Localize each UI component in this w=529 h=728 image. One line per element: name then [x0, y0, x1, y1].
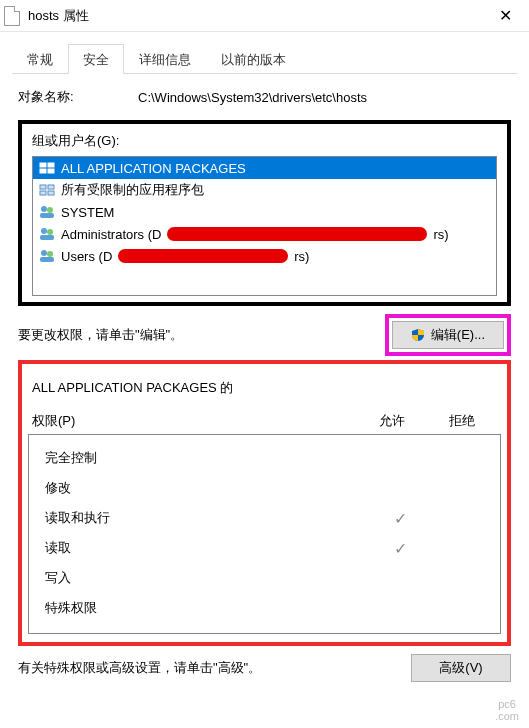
package-icon — [39, 160, 55, 176]
advanced-button[interactable]: 高级(V) — [411, 654, 511, 682]
permission-allow-check-icon — [370, 509, 430, 528]
svg-point-9 — [47, 207, 53, 213]
permissions-principal-line2: 权限(P) — [32, 413, 75, 428]
advanced-hint-text: 有关特殊权限或高级设置，请单击"高级"。 — [18, 659, 411, 677]
permission-label: 读取和执行 — [39, 509, 370, 527]
permissions-header: ALL APPLICATION PACKAGES 的 权限(P) 允许 拒绝 — [28, 364, 501, 434]
tab-content: 对象名称: C:\Windows\System32\drivers\etc\ho… — [0, 74, 529, 696]
edit-hint-row: 要更改权限，请单击"编辑"。 编辑(E)... — [18, 314, 511, 356]
tab-strip: 常规 安全 详细信息 以前的版本 — [0, 32, 529, 74]
users-icon — [39, 226, 55, 242]
watermark: pc6 .com — [495, 698, 519, 722]
edit-button[interactable]: 编辑(E)... — [392, 321, 504, 349]
svg-rect-4 — [40, 185, 46, 189]
group-item-label: SYSTEM — [61, 205, 114, 220]
column-deny-label: 拒绝 — [427, 412, 497, 430]
object-name-row: 对象名称: C:\Windows\System32\drivers\etc\ho… — [18, 88, 511, 106]
file-icon — [4, 6, 20, 26]
permission-row-write: 写入 — [39, 563, 490, 593]
permission-label: 特殊权限 — [39, 599, 370, 617]
permission-row-full-control: 完全控制 — [39, 443, 490, 473]
edit-button-label: 编辑(E)... — [431, 326, 485, 344]
permission-allow-check-icon — [370, 539, 430, 558]
svg-rect-1 — [48, 163, 54, 167]
window-title: hosts 属性 — [28, 7, 485, 25]
permission-row-read-execute: 读取和执行 — [39, 503, 490, 533]
edit-hint-text: 要更改权限，请单击"编辑"。 — [18, 326, 385, 344]
svg-rect-3 — [48, 169, 54, 173]
svg-rect-7 — [48, 191, 54, 195]
column-allow-label: 允许 — [357, 412, 427, 430]
object-name-label: 对象名称: — [18, 88, 138, 106]
svg-point-12 — [47, 229, 53, 235]
group-item-system[interactable]: SYSTEM — [33, 201, 496, 223]
svg-rect-6 — [40, 191, 46, 195]
group-item-label-suffix: rs) — [433, 227, 448, 242]
svg-rect-10 — [40, 213, 54, 218]
group-item-label-suffix: rs) — [294, 249, 309, 264]
permission-label: 写入 — [39, 569, 370, 587]
svg-rect-16 — [40, 257, 54, 262]
permissions-section-highlight: ALL APPLICATION PACKAGES 的 权限(P) 允许 拒绝 完… — [18, 360, 511, 646]
svg-point-15 — [47, 251, 53, 257]
tab-general[interactable]: 常规 — [12, 44, 68, 74]
shield-icon — [411, 328, 425, 342]
package-icon — [39, 182, 55, 198]
svg-rect-5 — [48, 185, 54, 189]
permissions-principal-line1: ALL APPLICATION PACKAGES 的 — [32, 380, 233, 395]
permission-row-read: 读取 — [39, 533, 490, 563]
close-button[interactable]: ✕ — [485, 2, 525, 30]
permissions-listbox: 完全控制 修改 读取和执行 读取 写入 — [28, 434, 501, 634]
advanced-button-label: 高级(V) — [439, 659, 482, 677]
svg-rect-0 — [40, 163, 46, 167]
group-item-administrators[interactable]: Administrators (D rs) — [33, 223, 496, 245]
permission-label: 完全控制 — [39, 449, 370, 467]
group-item-label: 所有受限制的应用程序包 — [61, 181, 204, 199]
permission-label: 读取 — [39, 539, 370, 557]
svg-rect-13 — [40, 235, 54, 240]
watermark-line2: .com — [495, 710, 519, 722]
watermark-line1: pc6 — [498, 698, 516, 710]
svg-point-11 — [41, 228, 47, 234]
tab-details[interactable]: 详细信息 — [124, 44, 206, 74]
users-icon — [39, 204, 55, 220]
svg-rect-2 — [40, 169, 46, 173]
svg-point-14 — [41, 250, 47, 256]
group-item-label-prefix: Users (D — [61, 249, 112, 264]
advanced-hint-row: 有关特殊权限或高级设置，请单击"高级"。 高级(V) — [18, 654, 511, 682]
redaction-mark — [167, 227, 427, 241]
tab-previous-versions[interactable]: 以前的版本 — [206, 44, 301, 74]
group-item-users[interactable]: Users (D rs) — [33, 245, 496, 267]
groups-label: 组或用户名(G): — [32, 132, 497, 150]
edit-button-highlight: 编辑(E)... — [385, 314, 511, 356]
permissions-principal-label: ALL APPLICATION PACKAGES 的 权限(P) — [32, 364, 357, 430]
permission-row-special: 特殊权限 — [39, 593, 490, 623]
group-item-all-app-packages[interactable]: ALL APPLICATION PACKAGES — [33, 157, 496, 179]
group-item-label-prefix: Administrators (D — [61, 227, 161, 242]
groups-section-highlight: 组或用户名(G): ALL APPLICATION PACKAGES 所有受限制… — [18, 120, 511, 306]
object-name-value: C:\Windows\System32\drivers\etc\hosts — [138, 90, 367, 105]
svg-point-8 — [41, 206, 47, 212]
permission-row-modify: 修改 — [39, 473, 490, 503]
title-bar: hosts 属性 ✕ — [0, 0, 529, 32]
group-item-restricted-app-packages[interactable]: 所有受限制的应用程序包 — [33, 179, 496, 201]
groups-listbox[interactable]: ALL APPLICATION PACKAGES 所有受限制的应用程序包 SYS… — [32, 156, 497, 296]
group-item-label: ALL APPLICATION PACKAGES — [61, 161, 246, 176]
users-icon — [39, 248, 55, 264]
tab-security[interactable]: 安全 — [68, 44, 124, 74]
redaction-mark — [118, 249, 288, 263]
permission-label: 修改 — [39, 479, 370, 497]
